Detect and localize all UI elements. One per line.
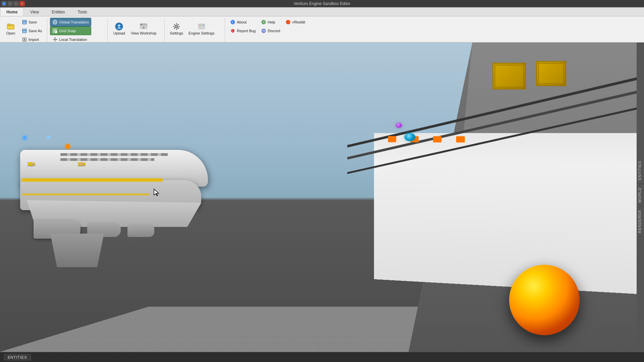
report-bug-button[interactable]: Report Bug (228, 26, 258, 35)
orange-yellow-sphere (509, 265, 580, 335)
tab-home[interactable]: Home (0, 7, 24, 16)
about-col2: ? Help (259, 18, 282, 35)
svg-point-30 (199, 24, 200, 25)
svg-point-31 (201, 24, 202, 25)
svg-rect-34 (199, 28, 202, 28)
spacecraft: »» »» (0, 100, 228, 307)
window-title: Vertices Engine Sandbox Editor (294, 1, 351, 6)
entities-status-badge: ENTITIES (4, 354, 31, 360)
local-translation-icon (52, 37, 58, 42)
svg-point-0 (2, 2, 6, 5)
statusbar: ENTITIES (0, 352, 644, 362)
svg-marker-19 (54, 37, 56, 38)
close-btn[interactable]: ✕ (19, 1, 25, 6)
save-icon (22, 19, 27, 25)
svg-point-27 (176, 25, 177, 27)
svg-rect-2 (7, 25, 14, 29)
app-icon (1, 1, 7, 6)
svg-point-45 (262, 29, 266, 33)
bug-icon (230, 28, 235, 34)
upload-button[interactable]: Upload (110, 18, 128, 40)
settings-button[interactable]: Settings (167, 18, 185, 40)
svg-point-51 (288, 22, 289, 22)
reddit-button[interactable]: r/Reddit (283, 18, 308, 26)
upload-icon (115, 22, 123, 31)
workshop-icon: 🎮 (140, 22, 148, 31)
svg-point-52 (289, 21, 289, 22)
view-workshop-button[interactable]: 🎮 View Workshop (128, 18, 159, 40)
world-vtab[interactable]: WORLD (637, 184, 644, 206)
tab-view[interactable]: View (24, 7, 45, 16)
transforms-btns: Global Translation Grid Snap (50, 18, 91, 44)
save-as-button[interactable]: + Save As (19, 26, 44, 35)
about-button[interactable]: i About (228, 18, 258, 26)
help-button[interactable]: ? Help (259, 18, 282, 26)
save-as-icon: + (22, 28, 27, 34)
svg-point-32 (203, 24, 204, 25)
yellow-panel-1 (492, 63, 526, 89)
help-icon: ? (261, 19, 266, 25)
purple-orb (396, 123, 402, 128)
renderer-vtab[interactable]: RENDERER (637, 206, 644, 237)
blue-orb (405, 133, 415, 141)
svg-rect-15 (53, 29, 55, 31)
track-surface (374, 133, 637, 294)
svg-rect-33 (199, 27, 204, 27)
svg-marker-53 (154, 189, 159, 196)
svg-rect-24 (143, 26, 145, 29)
svg-text:?: ? (263, 21, 265, 24)
minimize-btn[interactable]: ─ (7, 1, 13, 6)
svg-line-39 (234, 29, 235, 30)
discord-icon (261, 28, 266, 34)
svg-text:i: i (232, 21, 233, 24)
ribbon-tabs: Home View Entities Tools (0, 7, 644, 16)
global-translation-icon (52, 19, 58, 25)
svg-rect-6 (23, 22, 26, 24)
cursor (153, 188, 160, 197)
about-col1: i About (228, 18, 258, 35)
svg-rect-16 (55, 29, 57, 31)
tab-entities[interactable]: Entities (45, 7, 71, 16)
ribbon: Home View Entities Tools Open (0, 7, 644, 43)
window-controls: ─ □ ✕ (0, 0, 25, 7)
viewport[interactable]: »» »» (0, 43, 637, 352)
engine-settings-icon (198, 22, 206, 31)
folder-open-icon (7, 22, 15, 31)
svg-point-46 (263, 31, 263, 31)
import-icon (22, 37, 27, 42)
viewport-bg: »» »» (0, 43, 637, 352)
yellow-panel-2 (536, 61, 566, 86)
engine-settings-button[interactable]: Engine Settings (186, 18, 217, 40)
reddit-icon (285, 19, 291, 25)
svg-point-50 (287, 22, 288, 22)
svg-rect-5 (23, 20, 25, 22)
tab-tools[interactable]: Tools (71, 7, 94, 16)
svg-marker-20 (56, 39, 57, 40)
svg-rect-9 (23, 31, 26, 33)
maximize-btn[interactable]: □ (13, 1, 19, 6)
about-col3: r/Reddit (283, 18, 308, 26)
svg-rect-3 (7, 24, 10, 25)
svg-point-47 (264, 31, 265, 31)
about-icon: i (230, 19, 235, 25)
entities-vtab[interactable]: ENTITIES (637, 158, 644, 184)
global-translation-button[interactable]: Global Translation (50, 18, 91, 26)
svg-rect-17 (53, 31, 55, 33)
grid-snap-button[interactable]: Grid Snap (50, 26, 91, 35)
discord-button[interactable]: Discord (259, 26, 282, 35)
settings-icon (172, 22, 180, 31)
svg-line-38 (231, 29, 231, 30)
save-button[interactable]: Save (19, 18, 44, 26)
open-button[interactable]: Open (3, 18, 19, 40)
svg-text:+: + (25, 28, 26, 31)
grid-snap-icon (52, 28, 58, 34)
svg-rect-18 (55, 31, 57, 33)
right-tabs: ENTITIES WORLD RENDERER (637, 43, 644, 352)
